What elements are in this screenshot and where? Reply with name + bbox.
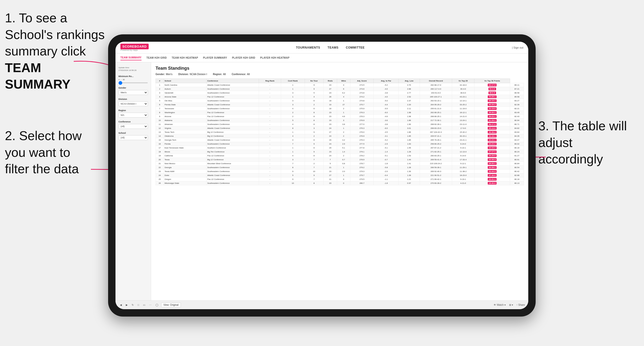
instruction-3-text: 3. The table will adjust accordingly	[538, 119, 627, 166]
table-row: 3VanderbiltSoutheastern Conference-35236…	[156, 91, 524, 95]
col-reg-rank: Reg Rank	[259, 79, 281, 83]
nav-tournaments[interactable]: TOURNAMENTS	[296, 46, 320, 49]
filter-division: Division: NCAA Division I	[178, 73, 207, 76]
table-row: 9ArizonaPac-12 Conference-28234.6276.3-4…	[156, 115, 524, 119]
main-content: Update time: 27/03/2024 16:56:26 Minimum…	[116, 62, 528, 300]
sidebar: Update time: 27/03/2024 16:56:26 Minimum…	[116, 62, 151, 300]
col-no-tour: No Tour	[305, 79, 323, 83]
table-row: 24DukeAtlantic Coast Conference-59271279…	[156, 173, 524, 177]
tab-team-summary[interactable]: TEAM SUMMARY	[120, 55, 142, 60]
standings-table: # School Conference Reg Rank Conf Rank N…	[156, 79, 524, 185]
table-row: 12VirginiaAtlantic Coast Conference-8324…	[156, 126, 524, 130]
share-btn[interactable]: ↑ Share	[516, 304, 525, 306]
region-select[interactable]: N/A	[118, 113, 148, 118]
col-avg-par: Avg. to Par	[374, 79, 398, 83]
watch-btn[interactable]: 👁 Watch ▾	[494, 304, 506, 306]
instruction-2-line2: you want to	[5, 145, 70, 160]
table-row: 6Florida StateAtlantic Coast Conference-…	[156, 103, 524, 107]
nav-committee[interactable]: COMMITTEE	[346, 46, 365, 49]
col-overall: Overall Record	[420, 79, 452, 83]
region-section: Region N/A	[118, 109, 148, 118]
instruction-1-text: 1. To see a School's rankings summary cl…	[5, 11, 105, 58]
filter-region: Region: All	[213, 73, 226, 76]
view-original-btn[interactable]: View: Original	[161, 303, 181, 307]
nav-forward[interactable]: ▶	[125, 303, 129, 307]
school-section: School (All)	[118, 132, 148, 140]
gender-select[interactable]: Men's	[118, 90, 148, 95]
conference-label: Conference	[118, 121, 148, 123]
bottom-right: 👁 Watch ▾ ⊞ ▾ ↑ Share	[494, 304, 525, 306]
nav-back[interactable]: ◀	[119, 303, 123, 307]
bottom-bar: ◀ ▶ ↻ □ ▭ ⋯ ◯ View: Original 👁 Watch ▾ ⊞…	[116, 300, 528, 309]
nav-share-2[interactable]: □	[136, 303, 140, 307]
col-adj-score: Adj. Score	[350, 79, 374, 83]
table-row: 2AuburnSoutheastern Conference-19276273.…	[156, 87, 524, 91]
division-section: Division NCAA Division I	[118, 98, 148, 106]
nav-teams[interactable]: TEAMS	[328, 46, 338, 49]
table-row: 13Texas TechBig 12 Conference-19272276.0…	[156, 130, 524, 134]
min-rounds-section: Minimum Ro... 4 – 30	[118, 75, 148, 84]
tab-player-h2h-grid[interactable]: PLAYER H2H GRID	[232, 55, 255, 60]
division-select[interactable]: NCAA Division I	[118, 101, 148, 106]
col-avg-low: Avg. Low	[398, 79, 420, 83]
grid-btn[interactable]: ⊞ ▾	[509, 304, 513, 306]
col-conference: Conference	[206, 79, 259, 83]
sign-out-button[interactable]: | Sign out	[512, 46, 523, 49]
nav-bookmark[interactable]: ▭	[142, 303, 146, 307]
nav-extra[interactable]: ⋯	[148, 303, 152, 307]
col-vs-top50: Vs Top 50 Points	[474, 79, 510, 83]
table-row: 11ArkansasSoutheastern Conference-48233.…	[156, 123, 524, 126]
col-conf-rank: Conf Rank	[281, 79, 305, 83]
nav-refresh[interactable]: ↻	[131, 303, 135, 307]
table-row: 4Arizona StatePac-12 Conference-14264274…	[156, 95, 524, 99]
col-rnds: Rnds	[323, 79, 337, 83]
table-row: 8WashingtonPac-12 Conference-28231276.3-…	[156, 111, 524, 115]
update-time: Update time: 27/03/2024 16:56:26	[118, 66, 148, 72]
table-row: 10AlabamaSoutheastern Conference-5823327…	[156, 119, 524, 123]
rounds-slider[interactable]	[118, 82, 148, 83]
min-rounds-range: 4 – 30	[118, 79, 148, 81]
table-area: Team Standings Gender: Men's Division: N…	[151, 62, 528, 300]
table-filters: Gender: Men's Division: NCAA Division I …	[156, 73, 524, 76]
tablet-screen: SCOREBOARD Powered by clippi TOURNAMENTS…	[116, 42, 528, 309]
instruction-2-line1: 2. Select how	[5, 129, 82, 143]
table-row: 26Mississippi StateSoutheastern Conferen…	[156, 181, 524, 185]
region-label: Region	[118, 109, 148, 112]
col-vs-top25: Vs Top 25	[452, 79, 474, 83]
table-row: 1North CarolinaAtlantic Coast Conference…	[156, 83, 524, 87]
tab-team-h2h-grid[interactable]: TEAM H2H GRID	[146, 55, 167, 60]
main-nav: TOURNAMENTS TEAMS COMMITTEE	[296, 46, 365, 49]
bottom-controls: ◀ ▶ ↻ □ ▭ ⋯ ◯ View: Original	[119, 303, 181, 307]
table-row: 14OklahomaBig 12 Conference-42242276.9-3…	[156, 134, 524, 138]
table-row: 20TexasBig 12 Conference-3770.7278.9-0.7…	[156, 158, 524, 162]
tab-team-h2h-heatmap[interactable]: TEAM H2H HEATMAP	[172, 55, 198, 60]
nav-clock[interactable]: ◯	[154, 303, 159, 307]
school-label: School	[118, 132, 148, 134]
conference-section: Conference (All)	[118, 121, 148, 129]
school-select[interactable]: (All)	[118, 135, 148, 140]
table-row: 25OregonPac-12 Conference-97210279.5-1.1…	[156, 177, 524, 181]
filter-gender: Gender: Men's	[156, 73, 172, 76]
gender-label: Gender	[118, 87, 148, 89]
table-row: 22GeorgiaSoutheastern Conference-8721127…	[156, 166, 524, 170]
table-header-row: # School Conference Reg Rank Conf Rank N…	[156, 79, 524, 83]
logo: SCOREBOARD	[120, 44, 149, 49]
instruction-2: 2. Select how you want to filter the dat…	[5, 128, 82, 177]
table-row: 19CaliforniaPac-12 Conference-48242278.2…	[156, 154, 524, 158]
gender-section: Gender Men's	[118, 87, 148, 95]
conference-select[interactable]: (All)	[118, 124, 148, 129]
tab-player-summary[interactable]: PLAYER SUMMARY	[203, 55, 227, 60]
sub-nav: TEAM SUMMARY TEAM H2H GRID TEAM H2H HEAT…	[116, 53, 528, 62]
instruction-3: 3. The table will adjust accordingly	[538, 118, 637, 168]
table-row: 16FloridaSoutheastern Conference-79242.9…	[156, 142, 524, 146]
col-rank: #	[156, 79, 164, 83]
table-row: 5Ole MissSoutheastern Conference-3618127…	[156, 99, 524, 103]
tablet: SCOREBOARD Powered by clippi TOURNAMENTS…	[108, 34, 536, 317]
filter-conference: Conference: All	[232, 73, 250, 76]
logo-area: SCOREBOARD Powered by clippi	[120, 44, 149, 51]
table-title: Team Standings	[156, 66, 524, 71]
table-row: 7TennesseeSoutheastern Conference-461622…	[156, 107, 524, 111]
instruction-2-line3: filter the data	[5, 162, 79, 176]
tab-player-h2h-heatmap[interactable]: PLAYER H2H HEATMAP	[260, 55, 290, 60]
table-row: 21New MexicoMountain West Conference-725…	[156, 162, 524, 166]
